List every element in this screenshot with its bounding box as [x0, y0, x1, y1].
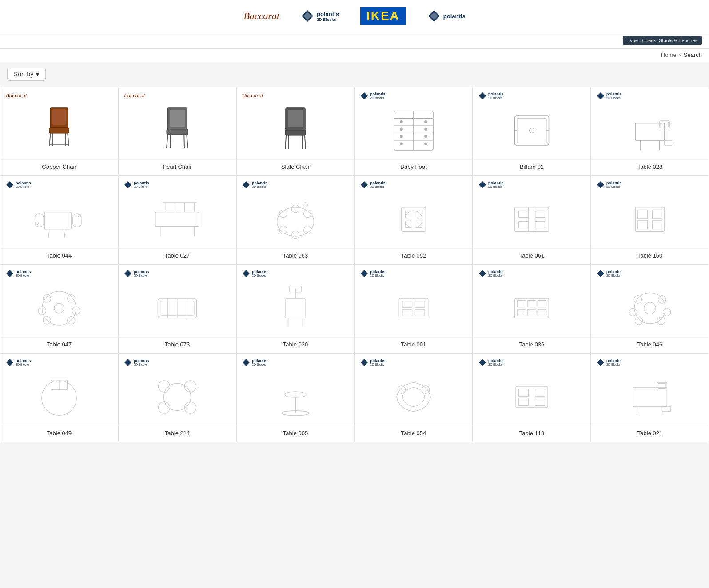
svg-point-162 — [422, 386, 430, 393]
product-card[interactable]: Baccarat Pearl Chair — [118, 87, 236, 176]
product-card[interactable]: polantis2D Blocks Table 001 — [354, 265, 473, 354]
product-card[interactable]: polantis2D Blocks Table 061 — [473, 176, 591, 265]
svg-rect-13 — [170, 110, 185, 127]
svg-rect-127 — [402, 309, 412, 316]
product-card[interactable]: polantis2D Blocks Table 021 — [591, 354, 709, 442]
svg-point-73 — [277, 207, 314, 236]
card-image — [355, 102, 472, 159]
svg-point-80 — [303, 203, 307, 207]
svg-point-143 — [663, 308, 670, 316]
svg-point-105 — [43, 294, 51, 302]
svg-point-155 — [184, 402, 196, 413]
svg-rect-134 — [517, 309, 526, 316]
svg-rect-175 — [662, 407, 671, 412]
toolbar: Sort by ▾ — [0, 61, 709, 87]
card-brand-logo: polantis2D Blocks — [0, 265, 118, 279]
product-card[interactable]: polantis2D Blocks Table 214 — [118, 354, 236, 442]
product-card[interactable]: polantis2D Blocks Table 086 — [473, 265, 591, 354]
svg-rect-26 — [285, 130, 306, 135]
card-image — [237, 191, 354, 248]
card-brand-logo: Baccarat — [119, 87, 236, 101]
svg-point-152 — [158, 381, 170, 392]
breadcrumb: Home › Search — [0, 49, 709, 61]
card-name: Baby Foot — [355, 159, 472, 175]
svg-point-37 — [424, 127, 427, 131]
card-name: Table 160 — [591, 248, 709, 264]
svg-rect-124 — [399, 298, 428, 318]
product-card[interactable]: polantis2D Blocks Table 049 — [0, 354, 118, 442]
card-brand-logo: polantis2D Blocks — [237, 265, 354, 279]
svg-rect-167 — [519, 398, 529, 405]
product-card[interactable]: polantis2D Blocks Table 160 — [591, 176, 709, 265]
card-name: Table 027 — [119, 248, 236, 264]
card-image — [0, 368, 118, 426]
product-card[interactable]: polantis2D Blocks Table 054 — [354, 354, 473, 442]
card-name: Table 052 — [355, 248, 472, 264]
card-name: Table 061 — [473, 248, 590, 264]
svg-rect-99 — [652, 210, 662, 219]
svg-point-35 — [424, 120, 427, 123]
product-card[interactable]: polantis2D Blocks Table 027 — [118, 176, 236, 265]
polantis-logo[interactable]: polantis — [427, 9, 466, 23]
product-card[interactable]: Baccarat Slate Chair — [236, 87, 354, 176]
card-image — [237, 101, 354, 159]
card-image — [119, 368, 236, 426]
svg-point-40 — [400, 142, 403, 145]
card-name: Table 073 — [119, 337, 236, 353]
ikea-logo[interactable]: IKEA — [360, 7, 406, 25]
svg-rect-5 — [52, 109, 66, 125]
card-brand-logo: polantis2D Blocks — [591, 354, 709, 368]
svg-point-154 — [158, 402, 170, 413]
svg-rect-18 — [167, 129, 188, 135]
svg-line-58 — [64, 229, 65, 238]
svg-rect-125 — [402, 301, 412, 308]
card-name: Table 020 — [237, 337, 354, 353]
svg-marker-48 — [597, 92, 604, 99]
card-image — [0, 279, 118, 337]
svg-point-153 — [184, 381, 196, 392]
product-card[interactable]: polantis2D Blocks Table 047 — [0, 265, 118, 354]
product-card[interactable]: polantis2D Blocks Table 063 — [236, 176, 354, 265]
product-card[interactable]: polantis2D Blocks Table 020 — [236, 265, 354, 354]
product-card[interactable]: polantis2D Blocks Table 073 — [118, 265, 236, 354]
breadcrumb-home[interactable]: Home — [661, 52, 677, 58]
card-name: Billard 01 — [473, 159, 590, 175]
svg-marker-27 — [361, 92, 368, 99]
sort-button[interactable]: Sort by ▾ — [7, 68, 46, 81]
product-card[interactable]: polantis2D Blocks Baby Foot — [354, 87, 473, 176]
product-card[interactable]: polantis2D Blocks Table 046 — [591, 265, 709, 354]
card-image — [0, 101, 118, 159]
card-brand-logo: polantis2D Blocks — [473, 354, 590, 368]
svg-rect-21 — [288, 110, 303, 127]
svg-marker-156 — [243, 359, 250, 366]
product-card[interactable]: Baccarat Copper Chair — [0, 87, 118, 176]
card-image — [355, 279, 472, 337]
svg-point-61 — [36, 222, 39, 225]
svg-marker-169 — [597, 359, 604, 366]
svg-marker-160 — [361, 359, 368, 366]
product-card[interactable]: polantis2D Blocks Table 028 — [591, 87, 709, 176]
card-image — [591, 368, 709, 426]
svg-point-106 — [68, 294, 75, 302]
product-card[interactable]: polantis2D Blocks Table 044 — [0, 176, 118, 265]
card-name: Table 214 — [119, 426, 236, 442]
svg-rect-97 — [635, 207, 664, 232]
product-card[interactable]: polantis2D Blocks Table 113 — [473, 354, 591, 442]
card-name: Copper Chair — [0, 159, 118, 175]
svg-rect-91 — [535, 211, 545, 217]
svg-marker-129 — [479, 270, 486, 277]
svg-point-138 — [634, 293, 665, 324]
breadcrumb-chevron: › — [679, 52, 681, 58]
polantis-2d-logo[interactable]: polantis 2D Blocks — [301, 9, 339, 23]
card-image — [591, 279, 709, 337]
card-image — [119, 191, 236, 248]
baccarat-logo[interactable]: Baccarat — [243, 10, 279, 22]
card-image — [119, 279, 236, 337]
product-card[interactable]: polantis2D Blocks Table 052 — [354, 176, 473, 265]
product-card[interactable]: polantis2D Blocks Table 005 — [236, 354, 354, 442]
card-name: Table 044 — [0, 248, 118, 264]
card-image — [355, 368, 472, 426]
product-card[interactable]: polantis2D Blocks Billard 01 — [473, 87, 591, 176]
card-name: Table 054 — [355, 426, 472, 442]
product-grid: Baccarat Copper Chair Baccarat — [0, 87, 709, 442]
